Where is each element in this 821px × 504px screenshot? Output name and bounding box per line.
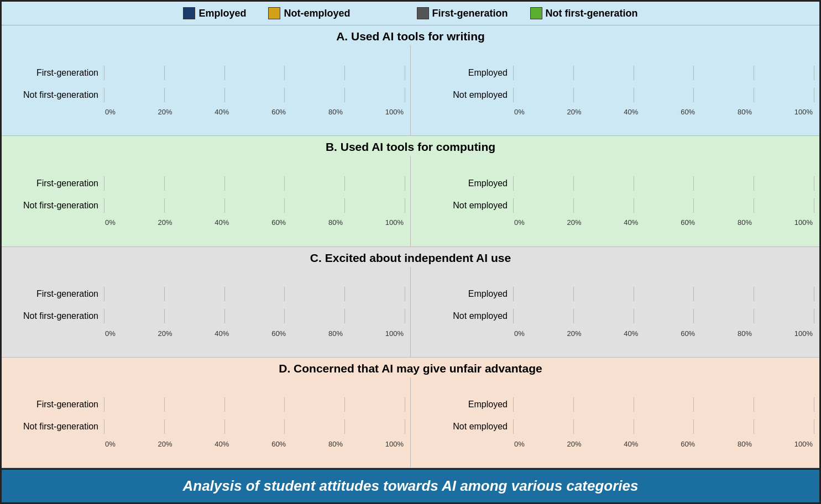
axis-label: 100%	[385, 440, 404, 448]
axis-label: 80%	[738, 329, 752, 338]
bar-label: First-generation	[7, 179, 104, 188]
axis-label: 0%	[105, 329, 116, 338]
axis-label: 60%	[681, 108, 695, 116]
axis-label: 40%	[624, 108, 638, 116]
bar-row: Not first-generation	[7, 307, 405, 325]
axis-label: 20%	[158, 218, 172, 227]
axis-label: 0%	[514, 329, 525, 338]
axis-label: 60%	[271, 218, 286, 227]
axis-label: 40%	[215, 440, 229, 448]
axis-label: 0%	[514, 218, 525, 227]
section-d: D. Concerned that AI may give unfair adv…	[2, 358, 819, 468]
axis-label: 80%	[328, 329, 343, 338]
axis-label: 100%	[385, 218, 404, 227]
axis-row: 0%20%40%60%80%100%	[416, 107, 814, 119]
bar-label: Employed	[416, 400, 513, 410]
bar-row: Not first-generation	[7, 86, 405, 104]
axis-label: 40%	[624, 218, 638, 227]
section-c: C. Excited about independent AI useFirst…	[2, 247, 819, 358]
bar-label: Employed	[416, 179, 513, 188]
legend-bar: EmployedNot-employedFirst-generationNot …	[2, 2, 819, 25]
axis-label: 80%	[328, 440, 343, 448]
section-title: A. Used AI tools for writing	[2, 25, 819, 45]
axis-label: 40%	[215, 218, 229, 227]
bar-label: Employed	[416, 289, 513, 299]
section-body: First-generationNot first-generation0%20…	[2, 267, 819, 357]
axis-label: 40%	[215, 329, 229, 338]
bar-row: First-generation	[7, 396, 405, 413]
left-panel: First-generationNot first-generation0%20…	[2, 377, 410, 468]
section-b: B. Used AI tools for computingFirst-gene…	[2, 136, 819, 246]
bar-label: First-generation	[7, 68, 104, 78]
axis-row: 0%20%40%60%80%100%	[7, 439, 405, 451]
left-panel: First-generationNot first-generation0%20…	[2, 156, 410, 246]
axis-label: 80%	[328, 218, 343, 227]
axis-label: 80%	[738, 440, 752, 448]
section-body: First-generationNot first-generation0%20…	[2, 45, 819, 135]
axis-row: 0%20%40%60%80%100%	[416, 328, 814, 340]
axis-label: 80%	[738, 218, 752, 227]
left-panel: First-generationNot first-generation0%20…	[2, 45, 410, 135]
axis-label: 20%	[158, 440, 172, 448]
bar-label: Not first-generation	[7, 201, 104, 211]
section-a: A. Used AI tools for writingFirst-genera…	[2, 25, 819, 136]
axis-label: 20%	[567, 440, 582, 448]
legend-item: Not-employed	[268, 7, 350, 19]
bar-row: First-generation	[7, 64, 405, 82]
axis-label: 0%	[105, 440, 116, 448]
bar-row: Not employed	[416, 418, 814, 435]
chart-area: EmployedNot-employedFirst-generationNot …	[2, 2, 819, 468]
axis-label: 100%	[385, 329, 404, 338]
bar-label: First-generation	[7, 289, 104, 299]
section-title: D. Concerned that AI may give unfair adv…	[2, 358, 819, 377]
bar-row: Employed	[416, 175, 814, 192]
right-panel: EmployedNot employed0%20%40%60%80%100%	[410, 156, 819, 246]
axis-label: 20%	[567, 329, 582, 338]
bar-label: Not employed	[416, 201, 513, 211]
axis-label: 20%	[158, 108, 172, 116]
bar-row: Employed	[416, 396, 814, 413]
axis-row: 0%20%40%60%80%100%	[7, 328, 405, 340]
axis-label: 60%	[271, 108, 286, 116]
bar-row: Not employed	[416, 86, 814, 104]
axis-row: 0%20%40%60%80%100%	[7, 107, 405, 119]
bar-row: Not first-generation	[7, 197, 405, 214]
axis-label: 100%	[385, 108, 404, 116]
section-title: C. Excited about independent AI use	[2, 247, 819, 267]
main-container: EmployedNot-employedFirst-generationNot …	[0, 0, 821, 504]
bar-row: Not employed	[416, 307, 814, 325]
axis-label: 60%	[271, 440, 286, 448]
axis-label: 20%	[567, 108, 582, 116]
axis-label: 40%	[624, 329, 638, 338]
bar-row: First-generation	[7, 175, 405, 192]
axis-label: 40%	[215, 108, 229, 116]
axis-label: 0%	[514, 440, 525, 448]
axis-label: 60%	[271, 329, 286, 338]
axis-label: 60%	[681, 329, 695, 338]
left-panel: First-generationNot first-generation0%20…	[2, 267, 410, 357]
axis-label: 20%	[158, 329, 172, 338]
right-panel: EmployedNot employed0%20%40%60%80%100%	[410, 45, 819, 135]
bar-row: Not employed	[416, 197, 814, 214]
section-body: First-generationNot first-generation0%20…	[2, 377, 819, 468]
bar-label: Not first-generation	[7, 90, 104, 100]
bar-label: Not first-generation	[7, 311, 104, 321]
axis-label: 20%	[567, 218, 582, 227]
bar-label: Not employed	[416, 90, 513, 100]
footer-caption: Analysis of student attitudes towards AI…	[2, 468, 819, 502]
section-title: B. Used AI tools for computing	[2, 136, 819, 156]
axis-label: 0%	[514, 108, 525, 116]
bar-label: Employed	[416, 68, 513, 78]
bar-row: First-generation	[7, 285, 405, 303]
axis-label: 100%	[794, 218, 813, 227]
axis-label: 100%	[794, 108, 813, 116]
axis-label: 100%	[794, 329, 813, 338]
section-body: First-generationNot first-generation0%20…	[2, 156, 819, 246]
axis-row: 0%20%40%60%80%100%	[416, 439, 814, 451]
axis-row: 0%20%40%60%80%100%	[416, 218, 814, 230]
bar-label: First-generation	[7, 400, 104, 410]
axis-label: 0%	[105, 218, 116, 227]
axis-label: 0%	[105, 108, 116, 116]
legend-item: First-generation	[417, 7, 508, 19]
axis-label: 80%	[328, 108, 343, 116]
